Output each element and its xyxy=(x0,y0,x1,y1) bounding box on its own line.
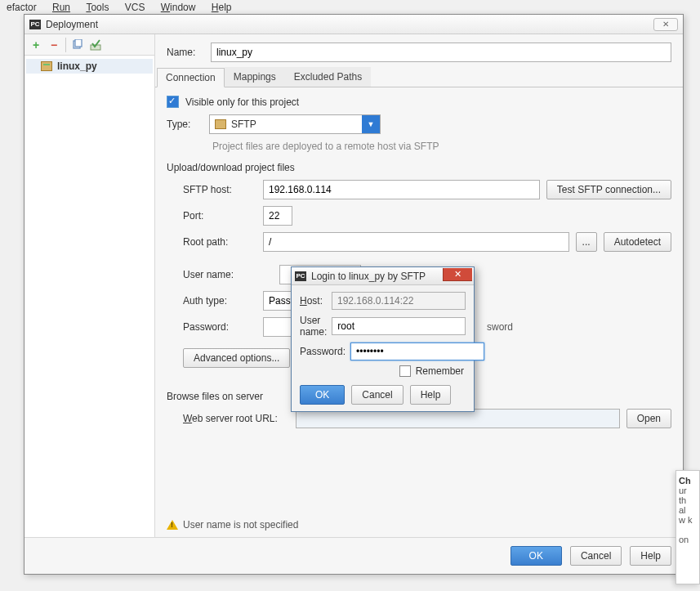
type-label: Type: xyxy=(167,119,203,130)
login-password-label: Password: xyxy=(300,346,346,357)
dialog-title: Deployment xyxy=(46,19,653,30)
login-user-label: User name: xyxy=(300,315,327,338)
menu-window[interactable]: Window xyxy=(154,0,203,15)
visible-only-checkbox[interactable] xyxy=(167,96,179,108)
tab-connection[interactable]: Connection xyxy=(157,68,225,87)
password-label: Password: xyxy=(183,321,256,333)
check-drive-icon xyxy=(90,39,101,51)
servers-tree[interactable]: linux_py xyxy=(25,56,154,537)
login-host-input xyxy=(332,292,466,310)
login-host-label: Host: xyxy=(300,295,327,307)
dialog-titlebar: PC Deployment ✕ xyxy=(25,15,683,34)
app-icon: PC xyxy=(29,20,41,29)
upload-section-title: Upload/download project files xyxy=(167,162,671,173)
port-label: Port: xyxy=(183,210,256,222)
background-panel-fragment: Ch ur th al w k on xyxy=(675,470,700,584)
cancel-button[interactable]: Cancel xyxy=(570,546,622,566)
login-dialog: PC Login to linux_py by SFTP ✕ Host: Use… xyxy=(291,266,475,412)
sftp-host-label: SFTP host: xyxy=(183,184,256,195)
port-input[interactable] xyxy=(263,206,292,226)
server-icon xyxy=(215,119,226,129)
warning-text: User name is not specified xyxy=(183,519,298,531)
copy-server-button[interactable] xyxy=(71,38,84,51)
name-input[interactable] xyxy=(211,43,671,62)
bg-line: ur xyxy=(679,486,697,495)
advanced-options-button[interactable]: Advanced options... xyxy=(183,348,290,368)
server-icon xyxy=(41,61,52,71)
type-select[interactable]: SFTP ▼ xyxy=(209,114,381,134)
dialog-footer: OK Cancel Help xyxy=(25,538,683,574)
validation-warning: User name is not specified xyxy=(155,513,683,537)
root-path-input[interactable] xyxy=(263,232,569,252)
browse-root-button[interactable]: ... xyxy=(576,232,597,252)
auth-type-label: Auth type: xyxy=(183,295,256,307)
tab-excluded-paths[interactable]: Excluded Paths xyxy=(285,67,371,87)
dropdown-arrow-icon[interactable]: ▼ xyxy=(362,115,380,133)
login-close-button[interactable]: ✕ xyxy=(443,268,472,281)
menu-refactor[interactable]: efactor xyxy=(0,0,43,15)
remove-server-button[interactable]: − xyxy=(47,38,60,51)
menu-help[interactable]: Help xyxy=(205,0,239,15)
close-dialog-button[interactable]: ✕ xyxy=(653,18,678,31)
bg-line xyxy=(679,525,697,535)
bg-line: on xyxy=(679,535,697,544)
sftp-host-input[interactable] xyxy=(263,180,540,199)
sidebar-toolbar: + − xyxy=(25,34,154,56)
servers-sidebar: + − linux_py xyxy=(25,34,155,537)
remember-checkbox[interactable] xyxy=(399,365,411,377)
toolbar-separator xyxy=(65,38,66,52)
add-server-button[interactable]: + xyxy=(29,38,42,51)
bg-line: th xyxy=(679,495,697,505)
login-user-input[interactable] xyxy=(332,317,466,335)
set-default-button[interactable] xyxy=(89,38,102,51)
login-titlebar: PC Login to linux_py by SFTP ✕ xyxy=(292,267,474,285)
bg-line: w k xyxy=(679,515,697,525)
config-tabs: Connection Mappings Excluded Paths xyxy=(155,67,683,87)
tab-mappings[interactable]: Mappings xyxy=(225,67,285,87)
type-value: SFTP xyxy=(231,119,256,130)
test-connection-button[interactable]: Test SFTP connection... xyxy=(546,180,671,199)
server-name-label: linux_py xyxy=(57,60,97,72)
bg-line: al xyxy=(679,505,697,515)
root-path-label: Root path: xyxy=(183,236,256,248)
web-root-label: Web server root URL: xyxy=(183,413,289,424)
save-password-fragment: sword xyxy=(487,321,513,333)
visible-only-label: Visible only for this project xyxy=(185,96,299,108)
autodetect-button[interactable]: Autodetect xyxy=(604,232,671,252)
remember-label: Remember xyxy=(416,365,464,377)
open-web-root-button[interactable]: Open xyxy=(626,409,671,428)
copy-icon xyxy=(72,39,83,51)
app-icon: PC xyxy=(295,271,306,281)
warning-icon xyxy=(167,520,178,530)
name-label: Name: xyxy=(167,47,203,58)
svg-rect-1 xyxy=(75,39,82,47)
ok-button[interactable]: OK xyxy=(511,546,562,566)
login-help-button[interactable]: Help xyxy=(410,385,452,405)
bg-head: Ch xyxy=(679,476,697,486)
menu-run[interactable]: Run xyxy=(46,0,77,15)
menu-vcs[interactable]: VCS xyxy=(118,0,152,15)
main-menubar: efactor Run Tools VCS Window Help xyxy=(0,0,700,15)
login-password-input[interactable] xyxy=(350,343,484,360)
user-name-label: User name: xyxy=(183,269,273,280)
login-ok-button[interactable]: OK xyxy=(300,385,345,405)
menu-tools[interactable]: Tools xyxy=(79,0,115,15)
server-tree-item[interactable]: linux_py xyxy=(26,59,153,74)
login-title: Login to linux_py by SFTP xyxy=(311,271,443,282)
help-button[interactable]: Help xyxy=(630,546,671,566)
type-hint: Project files are deployed to a remote h… xyxy=(167,141,671,152)
login-cancel-button[interactable]: Cancel xyxy=(351,385,403,405)
